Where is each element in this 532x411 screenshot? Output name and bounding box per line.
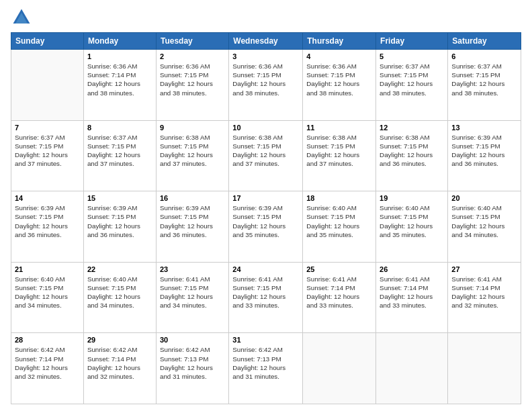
daylight-text-line1: Daylight: 12 hours (160, 222, 225, 230)
day-info: Sunrise: 6:37 AMSunset: 7:15 PMDaylight:… (451, 62, 517, 97)
calendar-cell: 6Sunrise: 6:37 AMSunset: 7:15 PMDaylight… (448, 50, 521, 121)
daylight-text-line1: Daylight: 12 hours (306, 292, 372, 301)
calendar-cell: 5Sunrise: 6:37 AMSunset: 7:15 PMDaylight… (376, 50, 448, 121)
sunrise-text: Sunrise: 6:36 AM (160, 62, 225, 71)
sunrise-text: Sunrise: 6:41 AM (232, 275, 299, 283)
daylight-text-line1: Daylight: 12 hours (87, 79, 152, 88)
daylight-text-line2: and 33 minutes. (306, 301, 372, 310)
day-info: Sunrise: 6:37 AMSunset: 7:15 PMDaylight:… (15, 133, 80, 169)
day-number: 26 (380, 265, 444, 273)
daylight-text-line2: and 38 minutes. (451, 89, 517, 97)
calendar-week-row: 21Sunrise: 6:40 AMSunset: 7:15 PMDayligh… (11, 262, 521, 333)
weekday-header: Monday (83, 33, 156, 50)
daylight-text-line1: Daylight: 12 hours (87, 363, 152, 372)
daylight-text-line2: and 34 minutes. (15, 301, 80, 310)
calendar-cell: 31Sunrise: 6:42 AMSunset: 7:13 PMDayligh… (229, 333, 303, 404)
weekday-header: Wednesday (229, 33, 303, 50)
daylight-text-line1: Daylight: 12 hours (451, 79, 517, 88)
day-number: 2 (160, 52, 225, 60)
daylight-text-line2: and 35 minutes. (380, 230, 444, 239)
day-number: 19 (380, 194, 444, 202)
day-number: 31 (232, 336, 299, 344)
sunrise-text: Sunrise: 6:39 AM (232, 203, 299, 212)
day-info: Sunrise: 6:39 AMSunset: 7:15 PMDaylight:… (160, 203, 225, 239)
calendar-cell: 4Sunrise: 6:36 AMSunset: 7:15 PMDaylight… (303, 50, 376, 121)
day-info: Sunrise: 6:40 AMSunset: 7:15 PMDaylight:… (306, 203, 372, 239)
daylight-text-line1: Daylight: 12 hours (232, 292, 299, 301)
calendar-cell (11, 50, 84, 121)
calendar-week-row: 28Sunrise: 6:42 AMSunset: 7:14 PMDayligh… (11, 333, 521, 404)
sunset-text: Sunset: 7:15 PM (87, 283, 152, 292)
day-number: 15 (87, 194, 152, 202)
day-info: Sunrise: 6:40 AMSunset: 7:15 PMDaylight:… (87, 275, 152, 310)
daylight-text-line2: and 33 minutes. (232, 301, 299, 310)
calendar-cell: 2Sunrise: 6:36 AMSunset: 7:15 PMDaylight… (156, 50, 228, 121)
daylight-text-line1: Daylight: 12 hours (15, 150, 80, 159)
daylight-text-line1: Daylight: 12 hours (87, 292, 152, 301)
calendar-cell: 24Sunrise: 6:41 AMSunset: 7:15 PMDayligh… (229, 262, 303, 333)
daylight-text-line2: and 34 minutes. (87, 301, 152, 310)
daylight-text-line2: and 37 minutes. (15, 159, 80, 168)
sunrise-text: Sunrise: 6:41 AM (160, 275, 225, 283)
daylight-text-line2: and 37 minutes. (232, 159, 299, 168)
sunset-text: Sunset: 7:15 PM (15, 142, 80, 150)
day-info: Sunrise: 6:42 AMSunset: 7:14 PMDaylight:… (87, 345, 152, 381)
daylight-text-line2: and 32 minutes. (451, 301, 517, 310)
daylight-text-line2: and 35 minutes. (306, 230, 372, 239)
calendar-header-row: SundayMondayTuesdayWednesdayThursdayFrid… (11, 33, 521, 50)
sunrise-text: Sunrise: 6:37 AM (380, 62, 444, 71)
calendar-cell: 12Sunrise: 6:38 AMSunset: 7:15 PMDayligh… (376, 120, 448, 191)
calendar-cell: 23Sunrise: 6:41 AMSunset: 7:15 PMDayligh… (156, 262, 228, 333)
calendar-cell: 27Sunrise: 6:41 AMSunset: 7:14 PMDayligh… (448, 262, 521, 333)
day-number: 16 (160, 194, 225, 202)
weekday-header: Friday (376, 33, 448, 50)
calendar-cell: 17Sunrise: 6:39 AMSunset: 7:15 PMDayligh… (229, 191, 303, 263)
sunset-text: Sunset: 7:15 PM (451, 212, 517, 221)
sunset-text: Sunset: 7:15 PM (232, 142, 299, 150)
daylight-text-line2: and 38 minutes. (380, 89, 444, 97)
sunset-text: Sunset: 7:14 PM (15, 355, 80, 363)
calendar-cell: 1Sunrise: 6:36 AMSunset: 7:14 PMDaylight… (83, 50, 156, 121)
day-info: Sunrise: 6:36 AMSunset: 7:15 PMDaylight:… (306, 62, 372, 97)
sunset-text: Sunset: 7:15 PM (306, 71, 372, 79)
sunrise-text: Sunrise: 6:37 AM (451, 62, 517, 71)
sunrise-text: Sunrise: 6:41 AM (306, 275, 372, 283)
logo-icon (11, 7, 32, 28)
sunrise-text: Sunrise: 6:38 AM (160, 133, 225, 142)
sunrise-text: Sunrise: 6:36 AM (87, 62, 152, 71)
sunrise-text: Sunrise: 6:40 AM (87, 275, 152, 283)
sunset-text: Sunset: 7:15 PM (306, 212, 372, 221)
sunset-text: Sunset: 7:15 PM (380, 71, 444, 79)
day-number: 30 (160, 336, 225, 344)
day-number: 7 (15, 124, 80, 132)
calendar-cell (303, 333, 376, 404)
calendar-cell: 30Sunrise: 6:42 AMSunset: 7:13 PMDayligh… (156, 333, 228, 404)
calendar-cell: 14Sunrise: 6:39 AMSunset: 7:15 PMDayligh… (11, 191, 84, 263)
day-info: Sunrise: 6:41 AMSunset: 7:14 PMDaylight:… (451, 275, 517, 310)
calendar-cell: 29Sunrise: 6:42 AMSunset: 7:14 PMDayligh… (83, 333, 156, 404)
day-info: Sunrise: 6:42 AMSunset: 7:13 PMDaylight:… (232, 345, 299, 381)
day-number: 11 (306, 124, 372, 132)
sunset-text: Sunset: 7:13 PM (232, 355, 299, 363)
daylight-text-line2: and 32 minutes. (15, 372, 80, 381)
sunrise-text: Sunrise: 6:39 AM (451, 133, 517, 142)
daylight-text-line1: Daylight: 12 hours (451, 292, 517, 301)
daylight-text-line2: and 34 minutes. (160, 301, 225, 310)
calendar-cell: 20Sunrise: 6:40 AMSunset: 7:15 PMDayligh… (448, 191, 521, 263)
day-number: 17 (232, 194, 299, 202)
daylight-text-line2: and 31 minutes. (232, 372, 299, 381)
daylight-text-line1: Daylight: 12 hours (380, 79, 444, 88)
calendar-cell: 7Sunrise: 6:37 AMSunset: 7:15 PMDaylight… (11, 120, 84, 191)
day-number: 3 (232, 52, 299, 60)
sunrise-text: Sunrise: 6:42 AM (160, 345, 225, 354)
day-number: 18 (306, 194, 372, 202)
daylight-text-line1: Daylight: 12 hours (451, 222, 517, 230)
day-info: Sunrise: 6:41 AMSunset: 7:15 PMDaylight:… (160, 275, 225, 310)
day-info: Sunrise: 6:41 AMSunset: 7:14 PMDaylight:… (306, 275, 372, 310)
daylight-text-line2: and 38 minutes. (87, 89, 152, 97)
daylight-text-line2: and 36 minutes. (160, 230, 225, 239)
day-number: 10 (232, 124, 299, 132)
day-number: 5 (380, 52, 444, 60)
day-info: Sunrise: 6:37 AMSunset: 7:15 PMDaylight:… (380, 62, 444, 97)
calendar-cell: 8Sunrise: 6:37 AMSunset: 7:15 PMDaylight… (83, 120, 156, 191)
